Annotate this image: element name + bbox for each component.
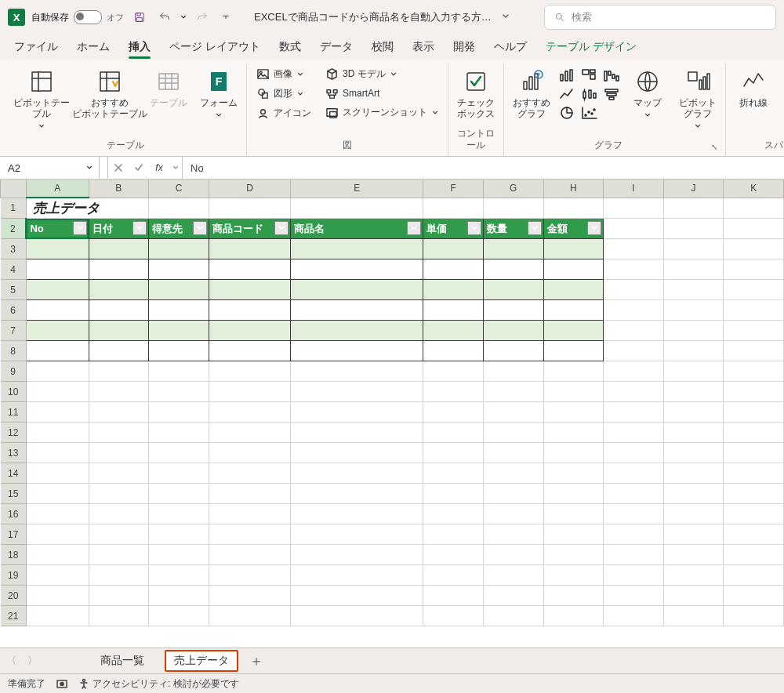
row-header[interactable]: 7 [1,321,27,341]
row-header[interactable]: 15 [1,484,27,504]
formula-input[interactable]: No [183,157,784,179]
col-header[interactable]: I [604,180,664,198]
name-box[interactable]: A2 [0,157,100,179]
smartart-button[interactable]: SmartArt [321,85,443,102]
filter-button[interactable] [587,221,601,235]
screenshot-button[interactable]: スクリーンショット [321,103,443,122]
table-header-cell[interactable]: 日付 [89,219,149,239]
recommended-charts-button[interactable]: ? おすすめ グラフ [509,65,554,122]
save-button[interactable] [130,8,149,27]
worksheet-grid[interactable]: A B C D E F G H I J K 1 売上データ 2 No [0,180,784,648]
tab-data[interactable]: データ [312,35,361,60]
row-header[interactable]: 6 [1,300,27,321]
row-header[interactable]: 12 [1,423,27,443]
col-header[interactable]: F [423,180,484,198]
pivot-table-button[interactable]: ピボットテーブル [9,65,73,131]
row-header[interactable]: 18 [1,545,27,565]
qat-customize-icon[interactable] [223,14,229,20]
filter-button[interactable] [193,221,207,235]
scatter-chart-icon[interactable] [581,106,598,120]
col-header[interactable]: C [149,180,209,198]
row-header[interactable]: 20 [1,586,27,606]
charts-dialog-launcher[interactable]: ⤡ [708,143,720,154]
row-header[interactable]: 4 [1,259,27,280]
line-chart-icon[interactable] [559,87,576,101]
col-header[interactable]: G [483,180,543,198]
row-header[interactable]: 17 [1,524,27,545]
sparkline-column-button[interactable]: 縦棒 [781,65,784,111]
row-header[interactable]: 10 [1,382,27,402]
filter-button[interactable] [528,221,542,235]
tab-insert[interactable]: 挿入 [121,35,158,60]
forms-button[interactable]: F フォーム [196,65,241,120]
filter-button[interactable] [73,221,87,235]
filter-button[interactable] [132,221,147,235]
funnel-chart-icon[interactable] [603,87,620,101]
tab-view[interactable]: 表示 [405,35,442,60]
row-header[interactable]: 14 [1,463,27,484]
sheet-tab[interactable]: 商品一覧 [91,651,154,671]
pivot-chart-button[interactable]: ピボットグラフ [675,65,720,131]
col-header[interactable]: A [26,180,89,198]
col-header[interactable]: E [291,180,423,198]
row-header[interactable]: 19 [1,565,27,586]
enter-formula-button[interactable] [129,163,149,172]
table-header-cell[interactable]: No [26,219,89,239]
hierarchy-chart-icon[interactable] [581,68,598,82]
new-sheet-button[interactable]: ＋ [249,651,263,670]
row-header[interactable]: 8 [1,341,27,361]
filter-button[interactable] [407,221,421,235]
undo-button[interactable] [155,8,174,27]
row-header[interactable]: 1 [1,198,27,219]
cell[interactable]: 売上データ [26,198,148,219]
pictures-button[interactable]: 画像 [252,65,316,83]
col-header[interactable]: B [89,180,149,198]
accessibility-status[interactable]: アクセシビリティ: 検討が必要です [78,677,239,691]
3dmodel-button[interactable]: 3D モデル [321,65,443,83]
search-input[interactable]: 検索 [544,5,776,30]
table-button[interactable]: テーブル [146,65,191,111]
select-all-corner[interactable] [1,180,27,198]
col-header[interactable]: D [209,180,290,198]
cancel-formula-button[interactable] [108,163,129,172]
row-header[interactable]: 5 [1,280,27,300]
checkbox-control-button[interactable]: チェック ボックス [453,65,499,122]
tab-pagelayout[interactable]: ページ レイアウト [162,35,268,60]
statistic-chart-icon[interactable] [581,87,598,101]
tab-review[interactable]: 校閲 [364,35,401,60]
waterfall-chart-icon[interactable] [603,68,620,82]
column-chart-icon[interactable] [559,68,576,82]
table-header-cell[interactable]: 単価 [423,219,484,239]
sparkline-line-button[interactable]: 折れ線 [731,65,776,111]
undo-dropdown-icon[interactable] [180,14,187,20]
table-header-cell[interactable]: 数量 [483,219,543,239]
row-header[interactable]: 2 [1,219,27,239]
tab-home[interactable]: ホーム [69,35,118,60]
icons-button[interactable]: アイコン [252,104,316,122]
filter-button[interactable] [467,221,481,235]
map-chart-button[interactable]: マップ [625,65,670,120]
fx-button[interactable]: fx [149,162,169,173]
row-header[interactable]: 9 [1,361,27,382]
file-name[interactable]: EXCELで商品コードから商品名を自動入力する方… [254,10,510,24]
sheet-nav-next[interactable]: 〉 [27,654,38,668]
sheet-tab-active[interactable]: 売上データ [165,650,238,672]
row-header[interactable]: 11 [1,402,27,423]
autosave-toggle[interactable]: 自動保存 オフ [31,10,124,24]
table-header-cell[interactable]: 金額 [543,219,604,239]
tab-help[interactable]: ヘルプ [486,35,535,60]
pie-chart-icon[interactable] [559,106,576,120]
recommended-pivot-button[interactable]: おすすめ ピボットテーブル [78,65,141,122]
row-header[interactable]: 13 [1,443,27,463]
table-header-cell[interactable]: 商品コード [209,219,290,239]
col-header[interactable]: H [543,180,604,198]
table-header-cell[interactable]: 得意先 [149,219,209,239]
macro-record-icon[interactable] [56,678,67,689]
col-header[interactable]: K [724,180,784,198]
tab-file[interactable]: ファイル [6,35,66,60]
sheet-nav-prev[interactable]: 〈 [6,654,16,668]
redo-button[interactable] [193,8,212,27]
col-header[interactable]: J [663,180,724,198]
shapes-button[interactable]: 図形 [252,85,316,103]
tab-developer[interactable]: 開発 [445,35,483,60]
